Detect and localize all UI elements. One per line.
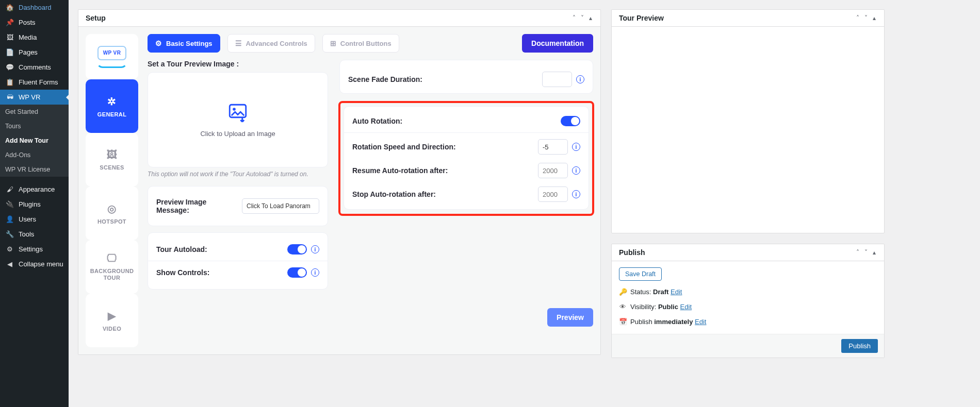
sidebar-item-fluentforms[interactable]: 📋Fluent Forms bbox=[0, 75, 69, 90]
tour-preview-title: Tour Preview bbox=[619, 14, 664, 22]
grid-icon: ⊞ bbox=[330, 39, 336, 47]
autoload-toggle[interactable] bbox=[287, 244, 307, 255]
vtab-bgtour[interactable]: 🖵BACKGROUND TOUR bbox=[86, 240, 138, 294]
sidebar-submenu-wpvr: Get Started Tours Add New Tour Add-Ons W… bbox=[0, 105, 69, 177]
auto-rotation-label: Auto Rotation: bbox=[352, 117, 402, 125]
panel-toggle-icon[interactable]: ▴ bbox=[588, 14, 593, 22]
eye-icon: 👁 bbox=[619, 303, 626, 311]
publish-button[interactable]: Publish bbox=[841, 339, 878, 353]
fade-label: Scene Fade Duration: bbox=[348, 75, 422, 83]
sidebar-item-label: Pages bbox=[19, 48, 38, 56]
sub-item-tours[interactable]: Tours bbox=[0, 119, 69, 133]
visibility-line: 👁 Visibility: Public Edit bbox=[619, 303, 877, 311]
vtab-hotspot[interactable]: ◎HOTSPOT bbox=[86, 186, 138, 240]
target-icon: ◎ bbox=[107, 202, 116, 215]
sidebar-item-wpvr[interactable]: 🕶WP VR bbox=[0, 90, 69, 105]
tab-basic-settings[interactable]: ⚙Basic Settings bbox=[148, 34, 220, 53]
sidebar-item-label: Comments bbox=[19, 63, 51, 71]
tab-label: Advanced Controls bbox=[246, 40, 307, 47]
show-controls-toggle[interactable] bbox=[287, 267, 307, 278]
sidebar-item-appearance[interactable]: 🖌Appearance bbox=[0, 182, 69, 197]
visibility-edit-link[interactable]: Edit bbox=[680, 303, 692, 311]
sidebar-item-settings[interactable]: ⚙Settings bbox=[0, 242, 69, 257]
panel-down-icon[interactable]: ˅ bbox=[863, 249, 869, 256]
panel-up-icon[interactable]: ˄ bbox=[855, 14, 860, 22]
media-icon: 🖼 bbox=[5, 33, 14, 41]
stop-after-label: Stop Auto-rotation after: bbox=[352, 190, 436, 198]
panel-toggle-icon[interactable]: ▴ bbox=[872, 14, 877, 22]
plugin-icon: 🔌 bbox=[5, 200, 14, 208]
sidebar-item-dashboard[interactable]: 🏠Dashboard bbox=[0, 0, 69, 15]
sidebar-item-label: Posts bbox=[19, 19, 36, 26]
status-edit-link[interactable]: Edit bbox=[671, 288, 682, 296]
sidebar-item-label: Dashboard bbox=[19, 4, 52, 11]
wpvr-logo: WP VR bbox=[86, 34, 138, 79]
vtab-video[interactable]: ▶VIDEO bbox=[86, 294, 138, 347]
info-icon[interactable]: i bbox=[311, 245, 319, 253]
resume-after-input[interactable] bbox=[538, 163, 568, 178]
setup-postbox: Setup ˄ ˅ ▴ WP VR ✲GENERAL � bbox=[78, 9, 601, 355]
vtab-scenes[interactable]: 🖼SCENES bbox=[86, 133, 138, 186]
schedule-label: Publish bbox=[630, 318, 654, 326]
save-draft-button[interactable]: Save Draft bbox=[619, 267, 662, 281]
sidebar-item-collapse[interactable]: ◀Collapse menu bbox=[0, 257, 69, 272]
panel-up-icon[interactable]: ˄ bbox=[571, 14, 577, 22]
sub-item-license[interactable]: WP VR License bbox=[0, 162, 69, 177]
stop-after-input[interactable] bbox=[538, 186, 568, 202]
sidebar-item-label: Collapse menu bbox=[19, 260, 63, 268]
upload-image-icon bbox=[227, 102, 249, 124]
status-label: Status: bbox=[630, 288, 653, 296]
info-icon[interactable]: i bbox=[572, 166, 580, 175]
schedule-value: immediately bbox=[654, 318, 693, 326]
preview-msg-input[interactable] bbox=[242, 198, 319, 214]
tour-preview-postbox: Tour Preview ˄ ˅ ▴ bbox=[611, 9, 885, 233]
info-icon[interactable]: i bbox=[572, 190, 580, 198]
panel-down-icon[interactable]: ˅ bbox=[863, 14, 869, 22]
tab-control-buttons[interactable]: ⊞Control Buttons bbox=[322, 34, 399, 53]
vtab-general[interactable]: ✲GENERAL bbox=[86, 79, 138, 133]
tab-advanced-controls[interactable]: ☰Advanced Controls bbox=[227, 34, 315, 53]
fade-input[interactable] bbox=[542, 72, 572, 87]
vr-icon: 🕶 bbox=[5, 93, 14, 101]
play-icon: ▶ bbox=[108, 310, 116, 322]
auto-rotation-highlight: Auto Rotation: Rotation Speed and Direct… bbox=[338, 101, 594, 216]
sidebar-item-pages[interactable]: 📄Pages bbox=[0, 45, 69, 60]
tab-bar: ⚙Basic Settings ☰Advanced Controls ⊞Cont… bbox=[148, 34, 593, 53]
sidebar-item-posts[interactable]: 📌Posts bbox=[0, 15, 69, 30]
panel-toggle-icon[interactable]: ▴ bbox=[872, 249, 877, 256]
sidebar-item-label: WP VR bbox=[19, 93, 40, 101]
resume-after-label: Resume Auto-rotation after: bbox=[352, 166, 448, 175]
pin-icon: 📌 bbox=[5, 19, 14, 26]
info-icon[interactable]: i bbox=[311, 268, 319, 277]
vtab-label: VIDEO bbox=[103, 326, 121, 332]
sidebar-item-media[interactable]: 🖼Media bbox=[0, 30, 69, 45]
show-controls-label: Show Controls: bbox=[156, 268, 209, 277]
sidebar-item-comments[interactable]: 💬Comments bbox=[0, 60, 69, 75]
sub-item-getstarted[interactable]: Get Started bbox=[0, 105, 69, 119]
svg-point-1 bbox=[233, 108, 236, 111]
tab-label: Control Buttons bbox=[340, 40, 391, 47]
rotation-speed-input[interactable] bbox=[538, 139, 568, 155]
sidebar-item-label: Plugins bbox=[19, 200, 41, 208]
auto-rotation-toggle[interactable] bbox=[561, 116, 580, 126]
panel-down-icon[interactable]: ˅ bbox=[580, 14, 585, 22]
upload-image-box[interactable]: Click to Upload an Image bbox=[148, 72, 328, 167]
sidebar-item-plugins[interactable]: 🔌Plugins bbox=[0, 197, 69, 212]
preview-button[interactable]: Preview bbox=[547, 308, 593, 327]
publish-postbox: Publish ˄ ˅ ▴ Save Draft 🔑 Status: Draft… bbox=[611, 244, 885, 358]
vtab-label: SCENES bbox=[100, 164, 124, 171]
vertical-tabs: WP VR ✲GENERAL 🖼SCENES ◎HOTSPOT 🖵BACKGRO… bbox=[86, 34, 138, 347]
sidebar-item-tools[interactable]: 🔧Tools bbox=[0, 227, 69, 242]
sub-item-addons[interactable]: Add-Ons bbox=[0, 148, 69, 162]
comment-icon: 💬 bbox=[5, 63, 14, 71]
page-icon: 📄 bbox=[5, 48, 14, 56]
panel-up-icon[interactable]: ˄ bbox=[855, 249, 860, 256]
preview-msg-label: Preview Image Message: bbox=[156, 198, 228, 214]
sub-item-addnewtour[interactable]: Add New Tour bbox=[0, 133, 69, 148]
info-icon[interactable]: i bbox=[576, 75, 584, 83]
schedule-edit-link[interactable]: Edit bbox=[695, 318, 706, 326]
documentation-button[interactable]: Documentation bbox=[522, 34, 593, 53]
sidebar-item-users[interactable]: 👤Users bbox=[0, 212, 69, 227]
setup-title: Setup bbox=[86, 14, 106, 22]
info-icon[interactable]: i bbox=[572, 143, 580, 151]
